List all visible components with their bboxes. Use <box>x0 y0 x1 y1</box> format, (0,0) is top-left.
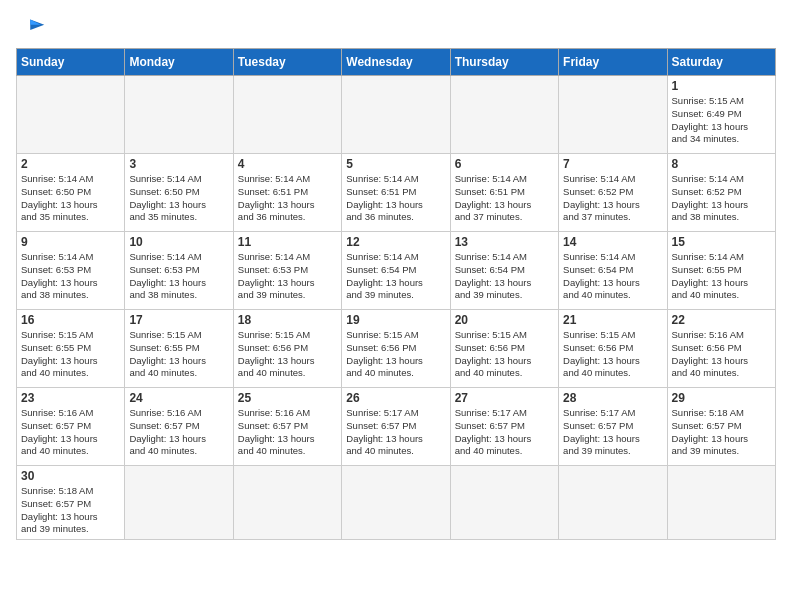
day-info: Sunrise: 5:14 AM Sunset: 6:53 PM Dayligh… <box>238 251 337 302</box>
day-info: Sunrise: 5:14 AM Sunset: 6:54 PM Dayligh… <box>346 251 445 302</box>
day-info: Sunrise: 5:18 AM Sunset: 6:57 PM Dayligh… <box>672 407 771 458</box>
calendar-cell <box>559 466 667 540</box>
day-number: 11 <box>238 235 337 249</box>
week-row-1: 1Sunrise: 5:15 AM Sunset: 6:49 PM Daylig… <box>17 76 776 154</box>
day-number: 15 <box>672 235 771 249</box>
calendar-cell: 24Sunrise: 5:16 AM Sunset: 6:57 PM Dayli… <box>125 388 233 466</box>
calendar-cell: 28Sunrise: 5:17 AM Sunset: 6:57 PM Dayli… <box>559 388 667 466</box>
day-number: 12 <box>346 235 445 249</box>
day-number: 6 <box>455 157 554 171</box>
day-number: 13 <box>455 235 554 249</box>
day-info: Sunrise: 5:14 AM Sunset: 6:52 PM Dayligh… <box>672 173 771 224</box>
day-info: Sunrise: 5:14 AM Sunset: 6:55 PM Dayligh… <box>672 251 771 302</box>
calendar-cell <box>125 76 233 154</box>
logo-icon <box>16 16 48 44</box>
day-number: 7 <box>563 157 662 171</box>
day-info: Sunrise: 5:15 AM Sunset: 6:56 PM Dayligh… <box>238 329 337 380</box>
calendar-cell: 19Sunrise: 5:15 AM Sunset: 6:56 PM Dayli… <box>342 310 450 388</box>
day-info: Sunrise: 5:14 AM Sunset: 6:53 PM Dayligh… <box>129 251 228 302</box>
calendar-cell: 22Sunrise: 5:16 AM Sunset: 6:56 PM Dayli… <box>667 310 775 388</box>
day-number: 22 <box>672 313 771 327</box>
calendar-cell: 11Sunrise: 5:14 AM Sunset: 6:53 PM Dayli… <box>233 232 341 310</box>
calendar-cell: 1Sunrise: 5:15 AM Sunset: 6:49 PM Daylig… <box>667 76 775 154</box>
day-number: 10 <box>129 235 228 249</box>
day-info: Sunrise: 5:17 AM Sunset: 6:57 PM Dayligh… <box>455 407 554 458</box>
day-number: 8 <box>672 157 771 171</box>
calendar-cell: 21Sunrise: 5:15 AM Sunset: 6:56 PM Dayli… <box>559 310 667 388</box>
week-row-2: 2Sunrise: 5:14 AM Sunset: 6:50 PM Daylig… <box>17 154 776 232</box>
calendar-cell: 27Sunrise: 5:17 AM Sunset: 6:57 PM Dayli… <box>450 388 558 466</box>
day-info: Sunrise: 5:14 AM Sunset: 6:50 PM Dayligh… <box>21 173 120 224</box>
day-info: Sunrise: 5:15 AM Sunset: 6:55 PM Dayligh… <box>129 329 228 380</box>
calendar-cell: 23Sunrise: 5:16 AM Sunset: 6:57 PM Dayli… <box>17 388 125 466</box>
calendar-cell: 8Sunrise: 5:14 AM Sunset: 6:52 PM Daylig… <box>667 154 775 232</box>
day-info: Sunrise: 5:18 AM Sunset: 6:57 PM Dayligh… <box>21 485 120 536</box>
day-info: Sunrise: 5:15 AM Sunset: 6:56 PM Dayligh… <box>346 329 445 380</box>
day-number: 27 <box>455 391 554 405</box>
calendar-cell <box>125 466 233 540</box>
day-number: 24 <box>129 391 228 405</box>
day-info: Sunrise: 5:17 AM Sunset: 6:57 PM Dayligh… <box>563 407 662 458</box>
calendar-cell: 15Sunrise: 5:14 AM Sunset: 6:55 PM Dayli… <box>667 232 775 310</box>
calendar-cell: 7Sunrise: 5:14 AM Sunset: 6:52 PM Daylig… <box>559 154 667 232</box>
day-info: Sunrise: 5:14 AM Sunset: 6:51 PM Dayligh… <box>346 173 445 224</box>
day-number: 25 <box>238 391 337 405</box>
day-number: 19 <box>346 313 445 327</box>
calendar-cell: 4Sunrise: 5:14 AM Sunset: 6:51 PM Daylig… <box>233 154 341 232</box>
weekday-header-friday: Friday <box>559 49 667 76</box>
calendar-cell <box>450 76 558 154</box>
day-info: Sunrise: 5:14 AM Sunset: 6:52 PM Dayligh… <box>563 173 662 224</box>
weekday-header-tuesday: Tuesday <box>233 49 341 76</box>
day-number: 30 <box>21 469 120 483</box>
day-info: Sunrise: 5:16 AM Sunset: 6:56 PM Dayligh… <box>672 329 771 380</box>
day-number: 2 <box>21 157 120 171</box>
day-number: 18 <box>238 313 337 327</box>
day-number: 16 <box>21 313 120 327</box>
calendar-cell: 26Sunrise: 5:17 AM Sunset: 6:57 PM Dayli… <box>342 388 450 466</box>
day-info: Sunrise: 5:16 AM Sunset: 6:57 PM Dayligh… <box>21 407 120 458</box>
calendar-table: SundayMondayTuesdayWednesdayThursdayFrid… <box>16 48 776 540</box>
calendar-cell <box>342 466 450 540</box>
calendar-cell: 5Sunrise: 5:14 AM Sunset: 6:51 PM Daylig… <box>342 154 450 232</box>
calendar-cell: 9Sunrise: 5:14 AM Sunset: 6:53 PM Daylig… <box>17 232 125 310</box>
calendar-cell: 14Sunrise: 5:14 AM Sunset: 6:54 PM Dayli… <box>559 232 667 310</box>
day-info: Sunrise: 5:14 AM Sunset: 6:54 PM Dayligh… <box>455 251 554 302</box>
week-row-3: 9Sunrise: 5:14 AM Sunset: 6:53 PM Daylig… <box>17 232 776 310</box>
day-number: 3 <box>129 157 228 171</box>
weekday-header-saturday: Saturday <box>667 49 775 76</box>
day-info: Sunrise: 5:14 AM Sunset: 6:53 PM Dayligh… <box>21 251 120 302</box>
weekday-header-monday: Monday <box>125 49 233 76</box>
day-number: 5 <box>346 157 445 171</box>
week-row-5: 23Sunrise: 5:16 AM Sunset: 6:57 PM Dayli… <box>17 388 776 466</box>
day-info: Sunrise: 5:16 AM Sunset: 6:57 PM Dayligh… <box>238 407 337 458</box>
day-info: Sunrise: 5:15 AM Sunset: 6:49 PM Dayligh… <box>672 95 771 146</box>
calendar-cell: 29Sunrise: 5:18 AM Sunset: 6:57 PM Dayli… <box>667 388 775 466</box>
day-info: Sunrise: 5:14 AM Sunset: 6:54 PM Dayligh… <box>563 251 662 302</box>
week-row-6: 30Sunrise: 5:18 AM Sunset: 6:57 PM Dayli… <box>17 466 776 540</box>
day-info: Sunrise: 5:14 AM Sunset: 6:51 PM Dayligh… <box>238 173 337 224</box>
day-number: 21 <box>563 313 662 327</box>
calendar-cell: 18Sunrise: 5:15 AM Sunset: 6:56 PM Dayli… <box>233 310 341 388</box>
calendar-cell: 17Sunrise: 5:15 AM Sunset: 6:55 PM Dayli… <box>125 310 233 388</box>
day-info: Sunrise: 5:17 AM Sunset: 6:57 PM Dayligh… <box>346 407 445 458</box>
calendar-cell: 3Sunrise: 5:14 AM Sunset: 6:50 PM Daylig… <box>125 154 233 232</box>
weekday-header-row: SundayMondayTuesdayWednesdayThursdayFrid… <box>17 49 776 76</box>
calendar-cell: 16Sunrise: 5:15 AM Sunset: 6:55 PM Dayli… <box>17 310 125 388</box>
day-number: 26 <box>346 391 445 405</box>
weekday-header-wednesday: Wednesday <box>342 49 450 76</box>
day-number: 28 <box>563 391 662 405</box>
calendar-cell <box>342 76 450 154</box>
day-info: Sunrise: 5:15 AM Sunset: 6:56 PM Dayligh… <box>563 329 662 380</box>
calendar-cell <box>233 466 341 540</box>
day-number: 1 <box>672 79 771 93</box>
calendar-cell: 2Sunrise: 5:14 AM Sunset: 6:50 PM Daylig… <box>17 154 125 232</box>
calendar-cell: 13Sunrise: 5:14 AM Sunset: 6:54 PM Dayli… <box>450 232 558 310</box>
day-number: 17 <box>129 313 228 327</box>
day-number: 20 <box>455 313 554 327</box>
week-row-4: 16Sunrise: 5:15 AM Sunset: 6:55 PM Dayli… <box>17 310 776 388</box>
page-header <box>16 16 776 44</box>
calendar-cell: 30Sunrise: 5:18 AM Sunset: 6:57 PM Dayli… <box>17 466 125 540</box>
calendar-cell <box>233 76 341 154</box>
calendar-cell <box>17 76 125 154</box>
calendar-cell <box>559 76 667 154</box>
